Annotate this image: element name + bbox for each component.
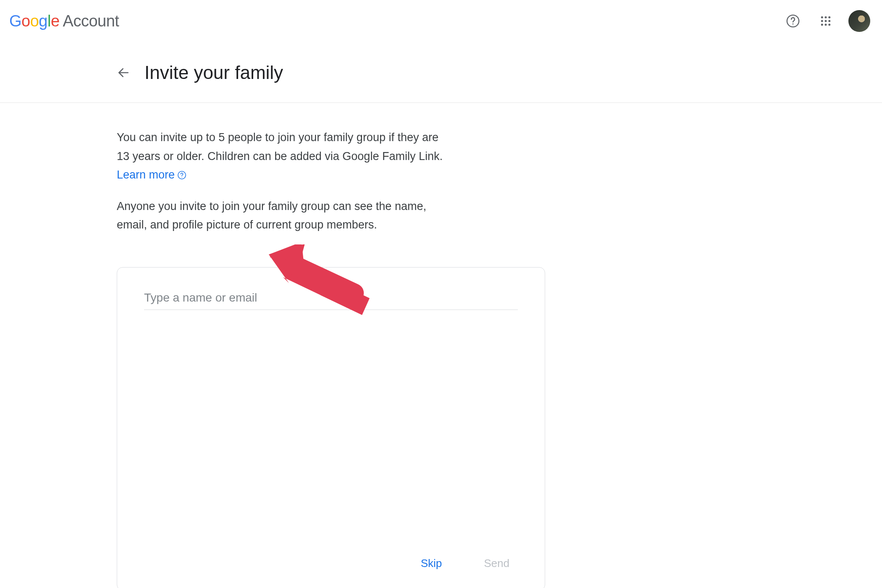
brand: Google Account <box>9 12 119 30</box>
svg-point-7 <box>828 20 830 22</box>
info-text-1: You can invite up to 5 people to join yo… <box>117 128 445 184</box>
learn-more-link[interactable]: Learn more <box>117 168 175 181</box>
svg-point-8 <box>821 24 823 26</box>
svg-point-5 <box>821 20 823 22</box>
arrow-left-icon <box>117 66 130 79</box>
card-actions: Skip Send <box>144 557 518 578</box>
name-email-field-row <box>144 291 518 310</box>
svg-point-9 <box>825 24 827 26</box>
svg-point-3 <box>825 16 827 18</box>
send-button[interactable]: Send <box>484 557 509 570</box>
content: You can invite up to 5 people to join yo… <box>0 103 445 588</box>
svg-point-1 <box>793 24 794 25</box>
svg-point-10 <box>828 24 830 26</box>
invite-card: Skip Send <box>117 267 545 588</box>
info-text-1a: You can invite up to 5 people to join yo… <box>117 131 443 163</box>
app-bar: Google Account <box>0 0 882 42</box>
avatar[interactable] <box>848 10 870 32</box>
svg-point-4 <box>828 16 830 18</box>
name-email-input[interactable] <box>144 291 518 304</box>
help-icon[interactable] <box>783 11 803 31</box>
svg-point-13 <box>181 177 182 178</box>
skip-button[interactable]: Skip <box>421 557 442 570</box>
card-spacer <box>144 310 518 557</box>
apps-grid-icon[interactable] <box>816 11 836 31</box>
learn-more-help-icon[interactable] <box>177 171 186 180</box>
title-area: Invite your family <box>0 42 882 102</box>
google-logo: Google <box>9 12 60 30</box>
brand-product: Account <box>63 12 119 30</box>
appbar-actions <box>783 10 870 32</box>
page-title: Invite your family <box>144 62 283 83</box>
info-text-2: Anyone you invite to join your family gr… <box>117 197 445 234</box>
svg-point-2 <box>821 16 823 18</box>
svg-point-6 <box>825 20 827 22</box>
back-button[interactable] <box>113 63 134 83</box>
